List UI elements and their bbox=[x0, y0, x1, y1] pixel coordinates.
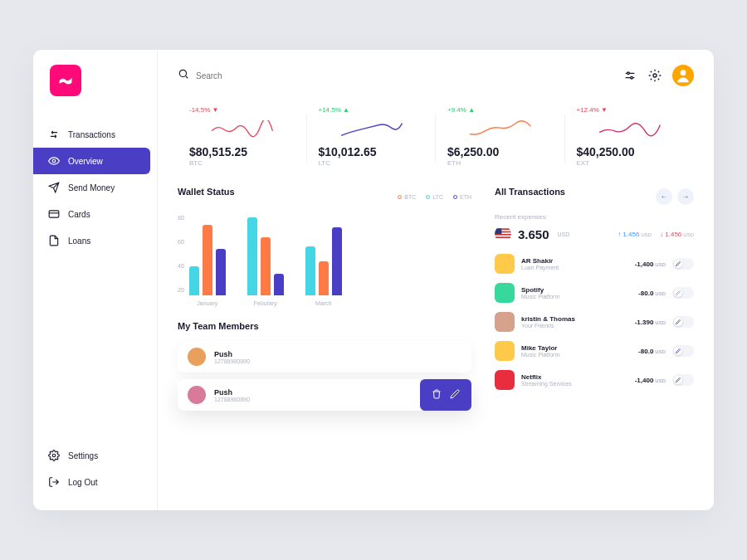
transactions-list: AR ShakirLoan Payment -1,400USD SpotifyM… bbox=[495, 254, 694, 390]
sidebar-item-transactions[interactable]: Transactions bbox=[33, 121, 150, 148]
settings-icon[interactable] bbox=[647, 68, 662, 83]
sidebar-item-label: Settings bbox=[68, 451, 98, 460]
bar-label: January bbox=[197, 300, 217, 306]
team-actions bbox=[420, 379, 471, 411]
merchant-name: AR Shakir bbox=[521, 257, 628, 265]
team-list: Push12788980890 Push12788980890 bbox=[178, 341, 471, 411]
svg-rect-16 bbox=[495, 236, 511, 238]
gear-icon bbox=[48, 450, 60, 461]
bar-label: Feburary bbox=[254, 300, 277, 306]
bar bbox=[332, 227, 342, 295]
search-input[interactable] bbox=[196, 71, 320, 80]
stat-value: $10,012.65 bbox=[319, 145, 425, 158]
team-card[interactable]: Push12788980890 bbox=[178, 341, 471, 373]
transaction-amount: -1,400USD bbox=[635, 261, 666, 268]
member-sub: 12788980890 bbox=[214, 397, 412, 402]
sidebar-item-label: Loans bbox=[68, 236, 90, 246]
wallet-title: Wallet Status bbox=[178, 187, 235, 197]
bar bbox=[247, 217, 257, 295]
trans-header: All Transactions ← → bbox=[495, 187, 694, 207]
search-group bbox=[178, 68, 613, 83]
stat-label: LTC bbox=[319, 159, 425, 167]
member-avatar bbox=[188, 348, 206, 366]
merchant-category: Music Platform bbox=[521, 352, 632, 358]
eye-icon bbox=[48, 155, 60, 167]
stat-change: -14.5% ▼ bbox=[189, 106, 295, 114]
stat-value: $80,515.25 bbox=[189, 145, 295, 158]
transaction-amount: -80.0USD bbox=[638, 290, 666, 297]
merchant-avatar bbox=[495, 283, 515, 303]
summary-value: 3.650 bbox=[518, 227, 549, 241]
nav-arrows: ← → bbox=[656, 188, 694, 205]
file-icon bbox=[48, 235, 60, 246]
right-column: All Transactions ← → Recent expenses 3.6… bbox=[495, 187, 694, 417]
y-tick: 40 bbox=[178, 263, 184, 269]
sidebar-item-settings[interactable]: Settings bbox=[33, 442, 150, 469]
svg-point-11 bbox=[681, 70, 686, 75]
arrow-next-button[interactable]: → bbox=[677, 188, 694, 205]
transaction-amount: -1.390USD bbox=[635, 319, 666, 326]
chart-header: Wallet Status BTCLTCETH bbox=[178, 187, 471, 207]
summary-row: 3.650 USD ↑ 1.456USD ↓ 1.456USD bbox=[495, 226, 694, 242]
svg-rect-1 bbox=[49, 211, 59, 217]
top-actions bbox=[622, 65, 694, 86]
transaction-toggle[interactable] bbox=[672, 345, 694, 357]
member-avatar bbox=[188, 386, 206, 404]
sidebar-item-overview[interactable]: Overview bbox=[33, 148, 150, 174]
svg-point-8 bbox=[627, 72, 630, 75]
sliders-icon[interactable] bbox=[622, 68, 637, 83]
chart-legend: BTCLTCETH bbox=[398, 194, 471, 200]
sparkline bbox=[577, 120, 683, 139]
edit-icon[interactable] bbox=[450, 387, 460, 402]
svg-line-5 bbox=[186, 76, 188, 79]
sidebar-item-loans[interactable]: Loans bbox=[33, 227, 150, 254]
team-title: My Team Members bbox=[178, 321, 471, 331]
stat-card: +12.4% ▼ $40,250.00 EXT bbox=[565, 106, 695, 167]
sidebar-item-logout[interactable]: Log Out bbox=[33, 469, 150, 495]
logout-icon bbox=[48, 476, 60, 488]
chart-area: 80604020 JanuaryFeburaryMarch bbox=[178, 215, 471, 306]
arrow-prev-button[interactable]: ← bbox=[656, 188, 672, 205]
summary-down: ↓ 1.456USD bbox=[660, 231, 694, 238]
team-card[interactable]: Push12788980890 bbox=[178, 379, 471, 411]
trash-icon[interactable] bbox=[432, 387, 442, 402]
merchant-name: Netflix bbox=[521, 373, 628, 381]
app-window: Transactions Overview Send Money Cards L… bbox=[33, 50, 714, 510]
swap-icon bbox=[48, 129, 60, 140]
sidebar-item-label: Log Out bbox=[68, 478, 98, 487]
sparkline bbox=[447, 120, 554, 139]
transaction-toggle[interactable] bbox=[672, 316, 694, 328]
transaction-item: AR ShakirLoan Payment -1,400USD bbox=[495, 254, 694, 274]
transaction-toggle[interactable] bbox=[672, 287, 694, 299]
stat-change: +14.5% ▲ bbox=[319, 106, 425, 114]
transaction-item: NetflixStreaming Services -1,400USD bbox=[495, 370, 694, 390]
bar bbox=[274, 274, 284, 295]
sidebar-item-label: Overview bbox=[68, 157, 103, 166]
transaction-item: Mike TaylorMusic Platform -80.0USD bbox=[495, 341, 694, 361]
sparkline bbox=[319, 120, 425, 139]
send-icon bbox=[48, 182, 60, 193]
transaction-item: SpotifyMusic Platform -80.0USD bbox=[495, 283, 694, 303]
stat-card: -14.5% ▼ $80,515.25 BTC bbox=[178, 106, 307, 167]
transaction-item: kristin & ThomasYour Friends -1.390USD bbox=[495, 312, 694, 332]
y-tick: 80 bbox=[178, 215, 184, 221]
merchant-category: Music Platform bbox=[521, 294, 632, 299]
sidebar-item-cards[interactable]: Cards bbox=[33, 201, 150, 227]
user-avatar[interactable] bbox=[672, 65, 694, 86]
merchant-avatar bbox=[495, 341, 515, 361]
sidebar-item-label: Transactions bbox=[68, 130, 115, 139]
transaction-toggle[interactable] bbox=[672, 258, 694, 270]
content-columns: Wallet Status BTCLTCETH 80604020 January… bbox=[178, 187, 694, 417]
stat-change: +12.4% ▼ bbox=[577, 106, 683, 114]
transactions-title: All Transactions bbox=[495, 187, 565, 197]
transaction-toggle[interactable] bbox=[672, 374, 694, 386]
legend-item: ETH bbox=[453, 194, 471, 200]
y-tick: 20 bbox=[178, 287, 184, 293]
sidebar-item-send-money[interactable]: Send Money bbox=[33, 174, 150, 201]
y-axis: 80604020 bbox=[178, 215, 184, 306]
us-flag-icon bbox=[495, 226, 511, 242]
member-name: Push bbox=[214, 388, 412, 397]
merchant-name: kristin & Thomas bbox=[521, 315, 628, 323]
sidebar: Transactions Overview Send Money Cards L… bbox=[33, 50, 158, 510]
member-name: Push bbox=[214, 350, 461, 358]
